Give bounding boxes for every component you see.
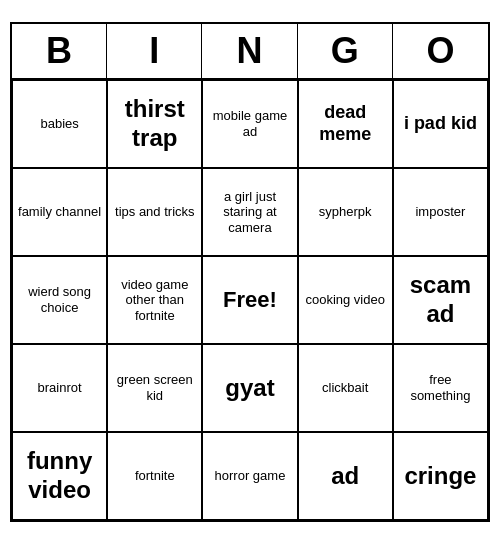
cell-text-18: clickbait <box>322 380 368 396</box>
bingo-cell-5: family channel <box>12 168 107 256</box>
cell-text-16: green screen kid <box>112 372 197 403</box>
header-letter-i: I <box>107 24 202 78</box>
bingo-cell-12: Free! <box>202 256 297 344</box>
cell-text-1: thirst trap <box>112 95 197 153</box>
cell-text-6: tips and tricks <box>115 204 194 220</box>
bingo-cell-19: free something <box>393 344 488 432</box>
cell-text-21: fortnite <box>135 468 175 484</box>
cell-text-12: Free! <box>223 287 277 313</box>
bingo-cell-24: cringe <box>393 432 488 520</box>
cell-text-7: a girl just staring at camera <box>207 189 292 236</box>
bingo-cell-11: video game other than fortnite <box>107 256 202 344</box>
bingo-cell-14: scam ad <box>393 256 488 344</box>
bingo-cell-8: sypherpk <box>298 168 393 256</box>
cell-text-4: i pad kid <box>404 113 477 135</box>
cell-text-0: babies <box>40 116 78 132</box>
cell-text-24: cringe <box>404 462 476 491</box>
cell-text-5: family channel <box>18 204 101 220</box>
header-letter-g: G <box>298 24 393 78</box>
cell-text-23: ad <box>331 462 359 491</box>
bingo-cell-20: funny video <box>12 432 107 520</box>
bingo-cell-23: ad <box>298 432 393 520</box>
bingo-cell-18: clickbait <box>298 344 393 432</box>
cell-text-19: free something <box>398 372 483 403</box>
bingo-cell-15: brainrot <box>12 344 107 432</box>
bingo-cell-21: fortnite <box>107 432 202 520</box>
cell-text-20: funny video <box>17 447 102 505</box>
bingo-cell-9: imposter <box>393 168 488 256</box>
bingo-cell-13: cooking video <box>298 256 393 344</box>
bingo-cell-2: mobile game ad <box>202 80 297 168</box>
bingo-card: BINGO babiesthirst trapmobile game addea… <box>10 22 490 522</box>
bingo-cell-22: horror game <box>202 432 297 520</box>
cell-text-22: horror game <box>215 468 286 484</box>
bingo-cell-16: green screen kid <box>107 344 202 432</box>
cell-text-15: brainrot <box>38 380 82 396</box>
cell-text-3: dead meme <box>303 102 388 145</box>
bingo-cell-3: dead meme <box>298 80 393 168</box>
header-letter-o: O <box>393 24 488 78</box>
cell-text-8: sypherpk <box>319 204 372 220</box>
bingo-cell-1: thirst trap <box>107 80 202 168</box>
cell-text-10: wierd song choice <box>17 284 102 315</box>
bingo-cell-10: wierd song choice <box>12 256 107 344</box>
cell-text-9: imposter <box>415 204 465 220</box>
header-letter-b: B <box>12 24 107 78</box>
bingo-header: BINGO <box>12 24 488 80</box>
bingo-grid: babiesthirst trapmobile game addead meme… <box>12 80 488 520</box>
bingo-cell-17: gyat <box>202 344 297 432</box>
bingo-cell-7: a girl just staring at camera <box>202 168 297 256</box>
cell-text-2: mobile game ad <box>207 108 292 139</box>
cell-text-11: video game other than fortnite <box>112 277 197 324</box>
cell-text-14: scam ad <box>398 271 483 329</box>
header-letter-n: N <box>202 24 297 78</box>
cell-text-17: gyat <box>225 374 274 403</box>
bingo-cell-0: babies <box>12 80 107 168</box>
bingo-cell-6: tips and tricks <box>107 168 202 256</box>
bingo-cell-4: i pad kid <box>393 80 488 168</box>
cell-text-13: cooking video <box>305 292 385 308</box>
